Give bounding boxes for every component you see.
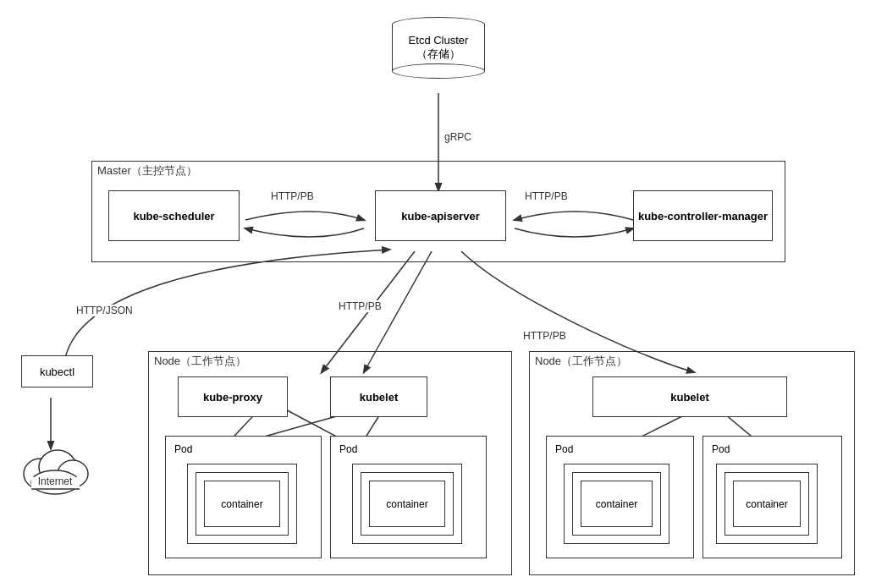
kubectl-label: kubectl <box>40 365 74 378</box>
etcd-cluster: Etcd Cluster （存储） <box>392 17 485 79</box>
pod4-container-label: container <box>746 498 787 510</box>
svg-text:Internet: Internet <box>38 475 73 487</box>
kube-controller-label: kube-controller-manager <box>638 210 768 223</box>
http-json-label: HTTP/JSON <box>76 305 133 316</box>
left-node-label: Node（工作节点） <box>154 354 246 369</box>
kube-proxy-label: kube-proxy <box>203 391 262 404</box>
pod2-label: Pod <box>339 443 357 455</box>
pod3-container-label: container <box>596 498 637 510</box>
grpc-label: gRPC <box>444 131 471 143</box>
kubelet-right-box: kubelet <box>592 376 787 417</box>
pod4-label: Pod <box>712 443 730 455</box>
internet-cloud: Internet <box>15 431 96 499</box>
pod2-container-label: container <box>386 498 427 510</box>
kubectl-box: kubectl <box>21 355 93 387</box>
http-pb-left-label: HTTP/PB <box>339 300 382 312</box>
pod2-box: Pod container <box>330 436 487 558</box>
master-label: Master（主控节点） <box>97 163 197 179</box>
pod1-box: Pod container <box>165 436 322 558</box>
kubelet-left-box: kubelet <box>330 376 427 417</box>
http-pb-right-label: HTTP/PB <box>523 330 566 342</box>
etcd-cylinder-bottom <box>392 63 485 79</box>
pod3-box: Pod container <box>546 436 694 558</box>
etcd-sublabel: （存储） <box>409 47 469 62</box>
kube-proxy-box: kube-proxy <box>178 376 288 417</box>
kube-scheduler-box: kube-scheduler <box>108 190 240 241</box>
pod4-container-inner: container <box>733 481 801 527</box>
kubelet-right-label: kubelet <box>670 391 709 404</box>
kube-apiserver-box: kube-apiserver <box>375 190 506 241</box>
kube-scheduler-label: kube-scheduler <box>133 210 214 223</box>
http-pb-sched-label: HTTP/PB <box>271 190 314 202</box>
kube-controller-box: kube-controller-manager <box>633 190 773 241</box>
pod1-container-label: container <box>221 498 262 510</box>
pod1-container-inner: container <box>204 481 280 527</box>
pod1-label: Pod <box>174 443 192 455</box>
kube-apiserver-label: kube-apiserver <box>401 210 480 223</box>
right-node-label: Node（工作节点） <box>535 354 627 369</box>
architecture-diagram: Etcd Cluster （存储） gRPC Master（主控节点） HTTP… <box>0 0 876 588</box>
pod3-label: Pod <box>555 443 573 455</box>
http-pb-ctrl-label: HTTP/PB <box>525 190 568 202</box>
kubelet-left-label: kubelet <box>360 391 399 404</box>
etcd-label: Etcd Cluster <box>409 34 469 47</box>
pod4-box: Pod container <box>702 436 842 558</box>
pod3-container-inner: container <box>581 481 653 527</box>
pod2-container-inner: container <box>369 481 445 527</box>
